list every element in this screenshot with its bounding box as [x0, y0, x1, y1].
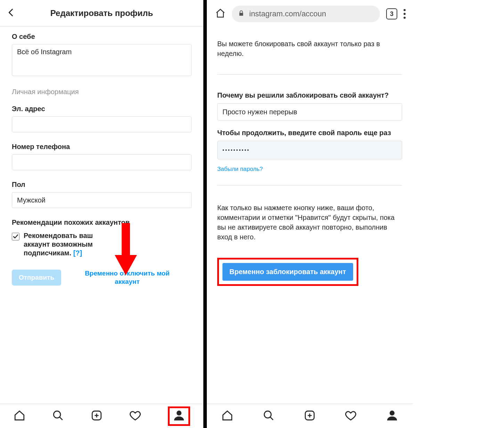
back-icon[interactable]: [6, 8, 16, 19]
url-bar[interactable]: instagram.com/accoun: [232, 6, 380, 22]
bottom-nav-left: [0, 404, 203, 428]
nav-home-icon[interactable]: [221, 410, 233, 423]
info-top: Вы можете блокировать свой аккаунт тольк…: [217, 39, 402, 58]
nav-profile-icon[interactable]: [386, 410, 398, 423]
page-title: Редактировать профиль: [0, 8, 203, 18]
forgot-password-link[interactable]: Забыли пароль?: [217, 166, 402, 173]
recommend-text-content: Рекомендовать ваш аккаунт возможным подп…: [24, 232, 93, 257]
tabs-count[interactable]: 3: [386, 8, 397, 19]
gender-field[interactable]: [12, 192, 192, 208]
phone-field[interactable]: [12, 154, 192, 170]
divider-line: [217, 74, 402, 75]
gender-label: Пол: [12, 181, 192, 189]
disable-account-link[interactable]: Временно отключить мой аккаунт: [75, 269, 179, 286]
about-label: О себе: [12, 33, 192, 41]
svg-line-3: [59, 417, 63, 420]
nav-activity-icon[interactable]: [345, 410, 357, 423]
reason-select[interactable]: Просто нужен перерыв: [217, 103, 402, 121]
svg-point-8: [264, 411, 271, 418]
email-field[interactable]: [12, 116, 192, 132]
password-field[interactable]: ••••••••••: [217, 141, 402, 159]
nav-home-icon[interactable]: [14, 410, 25, 423]
email-label: Эл. адрес: [12, 105, 192, 113]
svg-point-7: [176, 410, 181, 415]
edit-profile-screen: Редактировать профиль О себе Личная инфо…: [0, 0, 203, 428]
recommend-heading: Рекомендации похожих аккаунтов: [12, 219, 192, 227]
confirm-info: Как только вы нажмете кнопку ниже, ваши …: [217, 203, 402, 242]
disable-account-screen: instagram.com/accoun 3 Вы можете блокиро…: [207, 0, 413, 428]
annotation-highlight: Временно заблокировать аккаунт: [217, 258, 358, 286]
bottom-nav-right: [207, 404, 413, 428]
lock-icon: [238, 10, 244, 18]
help-link[interactable]: [?]: [73, 249, 82, 257]
svg-line-9: [270, 417, 273, 420]
screen-divider: [203, 0, 207, 428]
nav-add-icon[interactable]: [304, 410, 316, 423]
edit-profile-form: О себе Личная информация Эл. адрес Номер…: [0, 26, 203, 404]
nav-search-icon[interactable]: [263, 410, 275, 423]
recommend-text: Рекомендовать ваш аккаунт возможным подп…: [24, 231, 114, 257]
disable-account-form: Вы можете блокировать свой аккаунт тольк…: [207, 28, 413, 404]
left-header: Редактировать профиль: [0, 0, 203, 26]
phone-label: Номер телефона: [12, 143, 192, 151]
nav-activity-icon[interactable]: [129, 410, 141, 423]
nav-profile-icon[interactable]: [168, 406, 190, 426]
personal-info-heading: Личная информация: [12, 88, 192, 96]
url-text: instagram.com/accoun: [249, 9, 326, 18]
browser-home-icon[interactable]: [215, 8, 226, 20]
about-textarea[interactable]: [12, 44, 192, 76]
submit-button[interactable]: Отправить: [12, 270, 61, 286]
disable-account-button[interactable]: Временно заблокировать аккаунт: [222, 263, 353, 281]
reason-label: Почему вы решили заблокировать свой акка…: [217, 91, 402, 100]
divider-line-2: [217, 185, 402, 186]
nav-search-icon[interactable]: [52, 410, 64, 423]
nav-add-icon[interactable]: [91, 410, 103, 423]
recommend-checkbox[interactable]: [12, 233, 19, 240]
browser-toolbar: instagram.com/accoun 3: [207, 0, 413, 28]
password-label: Чтобы продолжить, введите свой пароль ещ…: [217, 128, 402, 137]
browser-menu-icon[interactable]: [404, 9, 406, 19]
svg-point-2: [54, 411, 60, 418]
svg-point-13: [390, 410, 395, 415]
